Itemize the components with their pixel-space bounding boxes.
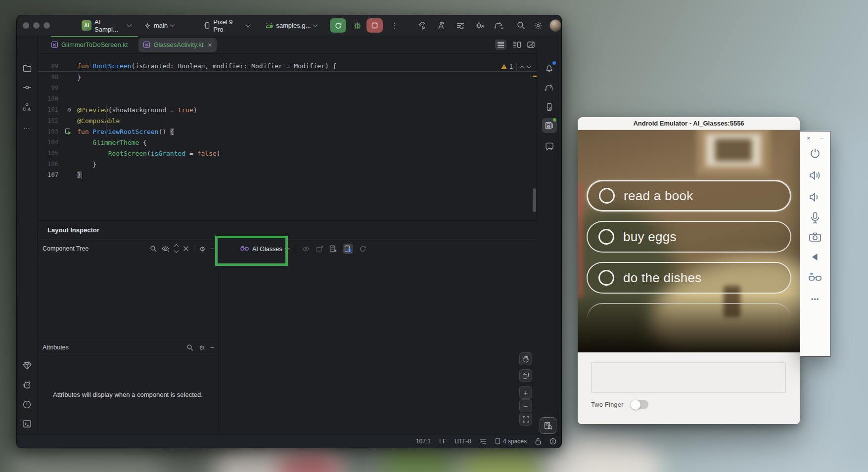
toggle-deep-inspect-button[interactable] bbox=[343, 244, 353, 254]
collapse-all-icon[interactable] bbox=[183, 246, 189, 252]
todo-checkbox[interactable] bbox=[599, 188, 615, 204]
zoom-in-button[interactable]: + bbox=[519, 386, 532, 399]
design-view-button[interactable] bbox=[527, 42, 535, 48]
tab-close-icon[interactable]: × bbox=[208, 42, 212, 48]
window-minimize-button[interactable] bbox=[33, 22, 40, 29]
volume-up-button[interactable] bbox=[809, 170, 822, 181]
camera-button[interactable] bbox=[809, 232, 822, 243]
running-devices-button[interactable] bbox=[542, 99, 557, 114]
zoom-fit-button[interactable] bbox=[519, 413, 532, 426]
code-line[interactable]: 101⚙@Preview(showBackground = true) bbox=[38, 104, 538, 115]
code-line[interactable]: 107} bbox=[38, 170, 538, 180]
two-finger-toggle[interactable] bbox=[631, 400, 648, 409]
hide-panel-icon[interactable]: − bbox=[210, 343, 214, 351]
back-button[interactable] bbox=[810, 252, 820, 262]
layout-inspector-toggle-button[interactable] bbox=[540, 417, 556, 434]
gradle-tool-button[interactable] bbox=[542, 80, 557, 95]
indent-widget[interactable]: 4 spaces bbox=[495, 438, 527, 445]
search-everywhere-button[interactable] bbox=[514, 18, 528, 33]
stop-button[interactable] bbox=[366, 18, 383, 33]
more-options-button[interactable]: ••• bbox=[811, 296, 820, 303]
build-run-button[interactable] bbox=[415, 18, 429, 33]
annotation-settings-gutter-icon[interactable]: ⚙ bbox=[63, 104, 75, 115]
code-view-button[interactable] bbox=[495, 40, 506, 50]
layers-button[interactable] bbox=[519, 369, 532, 382]
lock-open-icon[interactable] bbox=[535, 438, 541, 445]
next-problem-icon[interactable] bbox=[527, 63, 532, 68]
power-button[interactable] bbox=[809, 147, 821, 159]
window-close-button[interactable] bbox=[23, 22, 29, 29]
tree-settings-icon[interactable]: ⚙ bbox=[199, 245, 205, 253]
problems-tool-button[interactable] bbox=[20, 397, 35, 412]
settings-button[interactable] bbox=[531, 18, 546, 33]
visibility-icon[interactable] bbox=[162, 246, 170, 252]
warning-stripe-mark[interactable] bbox=[533, 76, 537, 77]
microphone-button[interactable] bbox=[810, 212, 821, 224]
code-line[interactable]: 99 bbox=[38, 83, 538, 93]
gradle-sync-button[interactable] bbox=[492, 18, 506, 33]
more-tools-button[interactable]: … bbox=[20, 119, 35, 134]
search-icon[interactable] bbox=[150, 245, 157, 252]
vcs-branch-widget[interactable]: main bbox=[144, 22, 174, 29]
structure-tool-button[interactable] bbox=[20, 99, 35, 114]
expand-nodes-icon[interactable] bbox=[175, 245, 178, 253]
apply-changes-restart-button[interactable] bbox=[434, 18, 449, 33]
project-tool-button[interactable] bbox=[20, 61, 35, 76]
prev-problem-icon[interactable] bbox=[520, 65, 525, 70]
volume-down-button[interactable] bbox=[809, 191, 822, 203]
code-line[interactable]: 106 } bbox=[38, 159, 538, 170]
commit-tool-button[interactable] bbox=[20, 80, 35, 95]
compose-preview-gutter-icon[interactable] bbox=[63, 126, 75, 137]
search-icon[interactable] bbox=[186, 344, 193, 351]
run-configuration-selector[interactable]: samples.g... bbox=[265, 22, 317, 29]
todo-checkbox[interactable] bbox=[598, 229, 614, 245]
user-avatar[interactable] bbox=[549, 19, 561, 32]
trackpad-area[interactable] bbox=[591, 362, 786, 393]
code-editor[interactable]: 89fun RootScreen(isGranted: Boolean, mod… bbox=[38, 54, 538, 220]
inspection-widget[interactable]: 1 bbox=[501, 62, 531, 71]
refresh-icon[interactable] bbox=[359, 245, 366, 253]
emulator-minimize-button[interactable]: − bbox=[820, 134, 823, 142]
attach-debugger-button[interactable] bbox=[472, 18, 487, 33]
device-selector[interactable]: Pixel 9 Pro bbox=[204, 18, 249, 33]
todo-item[interactable]: read a book bbox=[587, 180, 791, 212]
help-icon[interactable] bbox=[549, 438, 556, 445]
indent-style-icon[interactable] bbox=[480, 438, 487, 444]
todo-item[interactable]: do the dishes bbox=[587, 262, 791, 294]
notifications-button[interactable] bbox=[542, 61, 557, 76]
code-line[interactable]: 104 GlimmerTheme { bbox=[38, 137, 538, 148]
live-updates-icon[interactable] bbox=[302, 246, 310, 252]
project-widget[interactable]: AI AI Sampl... bbox=[82, 18, 131, 33]
pan-button[interactable] bbox=[519, 352, 532, 365]
tab-glimmertodoscreen[interactable]: K GlimmerToDoScreen.kt bbox=[46, 38, 133, 52]
emulator-screen[interactable]: read a bookbuy eggsdo the dishes bbox=[578, 130, 800, 352]
editor-scrollbar[interactable] bbox=[533, 188, 536, 212]
debug-button[interactable] bbox=[350, 18, 365, 33]
window-zoom-button[interactable] bbox=[44, 22, 50, 29]
line-ending-widget[interactable]: LF bbox=[439, 438, 446, 445]
terminal-tool-button[interactable] bbox=[20, 416, 35, 431]
emulator-title-bar[interactable]: Android Emulator - AI_Glasses:5556 bbox=[578, 117, 800, 130]
glasses-button[interactable] bbox=[808, 272, 822, 283]
hide-panel-icon[interactable]: − bbox=[210, 245, 214, 253]
export-snapshot-icon[interactable] bbox=[316, 246, 323, 253]
layout-inspector-tool-button[interactable] bbox=[542, 118, 557, 133]
zoom-out-button[interactable]: − bbox=[519, 399, 532, 412]
apply-code-changes-button[interactable] bbox=[453, 18, 467, 33]
caret-position-widget[interactable]: 107:1 bbox=[416, 438, 431, 445]
gemini-tool-button[interactable] bbox=[542, 139, 557, 154]
todo-item[interactable]: buy eggs bbox=[587, 221, 791, 253]
code-line[interactable]: 100 bbox=[38, 93, 538, 104]
todo-checkbox[interactable] bbox=[598, 270, 614, 286]
code-line[interactable]: 103fun PreviewRootScreen() { bbox=[38, 126, 538, 137]
add-snapshot-icon[interactable] bbox=[329, 245, 337, 253]
split-view-button[interactable] bbox=[513, 42, 521, 48]
more-actions-button[interactable]: ⋮ bbox=[388, 18, 402, 33]
logcat-tool-button[interactable] bbox=[20, 378, 35, 392]
encoding-widget[interactable]: UTF-8 bbox=[455, 438, 471, 445]
code-line[interactable]: 105 RootScreen(isGranted = false) bbox=[38, 148, 538, 159]
tab-glassesactivity[interactable]: K GlassesActivity.kt × bbox=[138, 38, 217, 52]
code-line[interactable]: 98} bbox=[38, 72, 538, 83]
code-line[interactable]: 102@Composable bbox=[38, 115, 538, 126]
emulator-close-button[interactable]: × bbox=[807, 134, 811, 142]
